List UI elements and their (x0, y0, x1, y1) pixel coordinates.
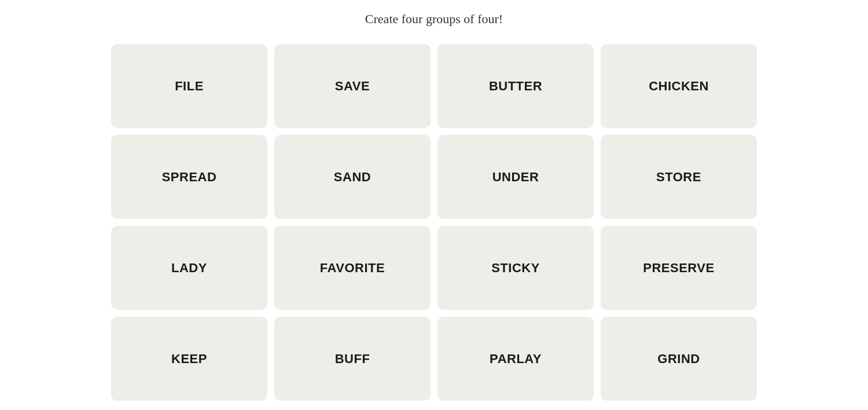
tile-spread[interactable]: SPREAD (111, 135, 267, 219)
tile-label-chicken: CHICKEN (649, 79, 709, 94)
tile-preserve[interactable]: PRESERVE (601, 226, 757, 310)
tile-label-buff: BUFF (335, 352, 370, 367)
tile-file[interactable]: FILE (111, 44, 267, 128)
tile-label-butter: BUTTER (489, 79, 542, 94)
tile-label-sticky: STICKY (491, 261, 540, 276)
tile-favorite[interactable]: FAVORITE (274, 226, 431, 310)
tile-label-grind: GRIND (657, 352, 700, 367)
tile-label-spread: SPREAD (162, 170, 217, 185)
tile-save[interactable]: SAVE (274, 44, 431, 128)
tile-label-under: UNDER (492, 170, 539, 185)
tile-keep[interactable]: KEEP (111, 317, 267, 401)
tile-label-parlay: PARLAY (490, 352, 542, 367)
tile-label-lady: LADY (171, 261, 207, 276)
tile-buff[interactable]: BUFF (274, 317, 431, 401)
subtitle: Create four groups of four! (365, 12, 503, 27)
tile-label-preserve: PRESERVE (643, 261, 714, 276)
tile-label-favorite: FAVORITE (320, 261, 385, 276)
tile-chicken[interactable]: CHICKEN (601, 44, 757, 128)
tile-label-store: STORE (656, 170, 701, 185)
tile-sticky[interactable]: STICKY (437, 226, 594, 310)
word-grid: FILESAVEBUTTERCHICKENSPREADSANDUNDERSTOR… (111, 44, 757, 401)
tile-label-file: FILE (175, 79, 204, 94)
tile-store[interactable]: STORE (601, 135, 757, 219)
tile-parlay[interactable]: PARLAY (437, 317, 594, 401)
tile-grind[interactable]: GRIND (601, 317, 757, 401)
tile-lady[interactable]: LADY (111, 226, 267, 310)
tile-label-keep: KEEP (171, 352, 207, 367)
tile-butter[interactable]: BUTTER (437, 44, 594, 128)
tile-label-sand: SAND (334, 170, 371, 185)
tile-sand[interactable]: SAND (274, 135, 431, 219)
tile-under[interactable]: UNDER (437, 135, 594, 219)
tile-label-save: SAVE (335, 79, 370, 94)
